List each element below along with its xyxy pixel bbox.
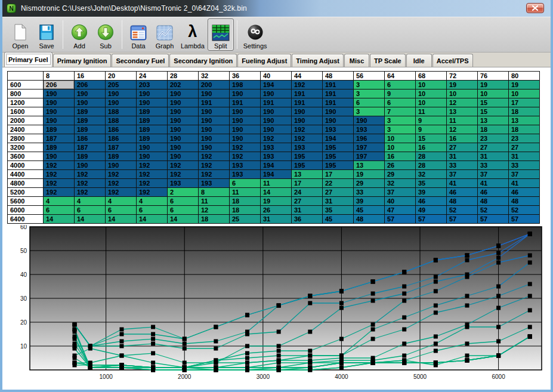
table-cell[interactable]: 192 [199, 170, 230, 179]
tab-tp-scale[interactable]: TP Scale [370, 54, 406, 67]
table-cell[interactable]: 192 [199, 161, 230, 170]
table-cell[interactable]: 47 [385, 206, 416, 215]
table-cell[interactable]: 187 [106, 143, 137, 152]
table-cell[interactable]: 6 [385, 98, 416, 107]
table-cell[interactable]: 190 [261, 107, 292, 116]
table-cell[interactable]: 41 [478, 179, 509, 188]
table-cell[interactable]: 189 [137, 125, 168, 134]
table-cell[interactable]: 192 [230, 143, 261, 152]
table-cell[interactable]: 4 [44, 197, 75, 206]
table-cell[interactable]: 6 [168, 206, 199, 215]
table-cell[interactable]: 190 [168, 116, 199, 125]
table-cell[interactable]: 191 [292, 89, 323, 98]
table-cell[interactable]: 192 [137, 179, 168, 188]
table-cell[interactable]: 12 [447, 98, 478, 107]
table-cell[interactable]: 190 [199, 143, 230, 152]
table-cell[interactable]: 12 [199, 206, 230, 215]
table-cell[interactable]: 190 [168, 143, 199, 152]
table-cell[interactable]: 13 [478, 116, 509, 125]
table-cell[interactable]: 28 [416, 152, 447, 161]
table-cell[interactable]: 189 [75, 116, 106, 125]
table-cell[interactable]: 189 [75, 125, 106, 134]
table-cell[interactable]: 9 [416, 116, 447, 125]
table-cell[interactable]: 192 [44, 161, 75, 170]
table-cell[interactable]: 205 [106, 81, 137, 89]
table-cell[interactable]: 31 [447, 152, 478, 161]
table-cell[interactable]: 192 [137, 161, 168, 170]
table-cell[interactable]: 6 [168, 197, 199, 206]
tab-secondary-ignition[interactable]: Secondary Ignition [169, 54, 237, 67]
table-cell[interactable]: 57 [478, 215, 509, 224]
table-cell[interactable]: 10 [385, 134, 416, 143]
table-cell[interactable]: 190 [261, 116, 292, 125]
table-cell[interactable]: 195 [323, 143, 354, 152]
table-cell[interactable]: 26 [261, 206, 292, 215]
table-cell[interactable]: 57 [385, 215, 416, 224]
table-cell[interactable]: 4 [137, 197, 168, 206]
table-cell[interactable]: 190 [106, 89, 137, 98]
table-cell[interactable]: 37 [509, 170, 540, 179]
table-cell[interactable]: 57 [447, 215, 478, 224]
table-cell[interactable]: 22 [323, 179, 354, 188]
table-cell[interactable]: 188 [106, 107, 137, 116]
table-cell[interactable]: 10 [416, 89, 447, 98]
table-cell[interactable]: 13 [447, 107, 478, 116]
table-cell[interactable]: 33 [447, 161, 478, 170]
table-cell[interactable]: 192 [75, 170, 106, 179]
table-cell[interactable]: 192 [199, 152, 230, 161]
table-cell[interactable]: 193 [199, 179, 230, 188]
table-cell[interactable]: 190 [199, 89, 230, 98]
table-cell[interactable]: 190 [199, 116, 230, 125]
table-cell[interactable]: 191 [292, 98, 323, 107]
table-cell[interactable]: 37 [478, 170, 509, 179]
table-cell[interactable]: 35 [416, 179, 447, 188]
table-cell[interactable]: 187 [75, 143, 106, 152]
table-cell[interactable]: 14 [106, 215, 137, 224]
table-cell[interactable]: 33 [509, 161, 540, 170]
table-cell[interactable]: 10 [416, 81, 447, 89]
table-cell[interactable]: 13 [509, 116, 540, 125]
lambda-button[interactable]: λ Lambda [178, 18, 208, 51]
table-cell[interactable]: 11 [447, 116, 478, 125]
table-cell[interactable]: 194 [261, 170, 292, 179]
table-cell[interactable]: 194 [261, 161, 292, 170]
table-cell[interactable]: 190 [292, 116, 323, 125]
table-cell[interactable]: 192 [75, 179, 106, 188]
graph-button[interactable]: Graph [152, 18, 178, 51]
table-cell[interactable]: 186 [106, 125, 137, 134]
table-cell[interactable]: 31 [323, 197, 354, 206]
table-cell[interactable]: 190 [199, 107, 230, 116]
table-cell[interactable]: 6 [385, 81, 416, 89]
table-cell[interactable]: 46 [478, 188, 509, 197]
table-cell[interactable]: 192 [292, 125, 323, 134]
table-cell[interactable]: 190 [137, 143, 168, 152]
table-cell[interactable]: 190 [168, 89, 199, 98]
table-cell[interactable]: 189 [44, 125, 75, 134]
table-cell[interactable]: 19 [509, 81, 540, 89]
table-cell[interactable]: 19 [478, 81, 509, 89]
table-cell[interactable]: 191 [323, 89, 354, 98]
table-cell[interactable]: 27 [509, 143, 540, 152]
table-cell[interactable]: 193 [230, 161, 261, 170]
table-cell[interactable]: 25 [230, 215, 261, 224]
table-cell[interactable]: 188 [106, 116, 137, 125]
table-cell[interactable]: 6 [230, 179, 261, 188]
table-cell[interactable]: 10 [478, 89, 509, 98]
table-cell[interactable]: 46 [416, 197, 447, 206]
table-cell[interactable]: 190 [292, 107, 323, 116]
table-cell[interactable]: 12 [447, 125, 478, 134]
table-cell[interactable]: 27 [478, 143, 509, 152]
table-cell[interactable]: 190 [106, 98, 137, 107]
settings-button[interactable]: Settings [240, 18, 270, 51]
table-cell[interactable]: 15 [478, 98, 509, 107]
table-cell[interactable]: 192 [44, 188, 75, 197]
table-cell[interactable]: 7 [385, 107, 416, 116]
table-cell[interactable]: 48 [478, 197, 509, 206]
table-cell[interactable]: 23 [478, 134, 509, 143]
table-cell[interactable]: 49 [416, 206, 447, 215]
table-cell[interactable]: 10 [416, 98, 447, 107]
table-cell[interactable]: 190 [44, 89, 75, 98]
table-cell[interactable]: 52 [478, 206, 509, 215]
table-cell[interactable]: 194 [261, 81, 292, 89]
table-cell[interactable]: 189 [137, 107, 168, 116]
